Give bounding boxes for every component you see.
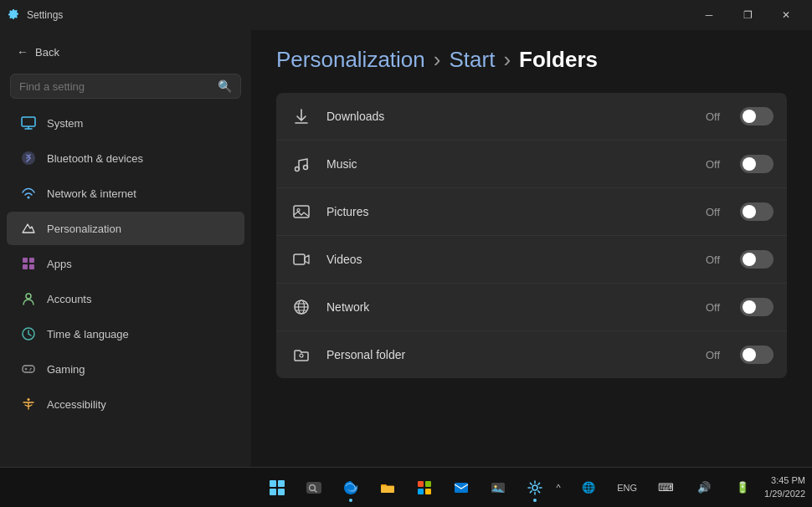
breadcrumb-personalization[interactable]: Personalization [276,47,425,73]
close-button[interactable]: ✕ [767,0,805,30]
pictures-toggle-knob [743,205,756,218]
svg-point-44 [495,485,497,488]
clock-time: 3:45 PM [764,474,805,487]
title-bar: Settings ─ ❐ ✕ [0,0,812,30]
pictures-toggle[interactable] [740,202,773,221]
breadcrumb-sep2: › [503,47,511,73]
breadcrumb: Personalization › Start › Folders [276,47,787,73]
personal-folder-icon [290,343,313,366]
sidebar-item-gaming-label: Gaming [47,363,85,376]
accounts-icon [20,290,37,307]
svg-rect-7 [23,264,28,269]
videos-status: Off [706,254,720,266]
sidebar-item-accounts[interactable]: Accounts [7,282,244,315]
tray-speaker[interactable]: 🔊 [687,471,721,504]
network-status: Off [706,301,720,314]
svg-rect-38 [418,481,424,487]
breadcrumb-start[interactable]: Start [449,47,495,73]
search-container: 🔍 [10,74,241,99]
music-toggle-knob [743,157,756,171]
personal-folder-status: Off [706,349,720,361]
svg-rect-42 [455,483,468,493]
taskbar-mail[interactable] [445,471,478,504]
svg-rect-20 [294,206,309,218]
taskbar-right: ^ 🌐 ENG ⌨ 🔊 🔋 3:45 PM 1/29/2022 [550,471,805,504]
sidebar-item-apps[interactable]: Apps [7,247,244,280]
network-toggle[interactable] [740,298,773,316]
app-container: ← Back 🔍 System [0,30,812,467]
sidebar-item-bluetooth-label: Bluetooth & devices [47,152,143,165]
personal-folder-label: Personal folder [326,348,692,361]
setting-row-videos: Videos Off [276,236,787,284]
maximize-button[interactable]: ❐ [728,0,767,30]
svg-rect-30 [270,480,276,487]
downloads-status: Off [706,110,720,123]
search-icon[interactable]: 🔍 [218,79,232,93]
pictures-icon [290,200,313,223]
system-clock[interactable]: 3:45 PM 1/29/2022 [764,474,805,500]
bluetooth-icon [20,150,37,166]
clock-date: 1/29/2022 [764,488,805,500]
svg-point-19 [304,166,308,170]
tray-battery[interactable]: 🔋 [726,471,759,504]
sidebar-item-system[interactable]: System [7,106,244,140]
minimize-button[interactable]: ─ [690,0,728,30]
sidebar-item-network[interactable]: Network & internet [7,177,244,210]
sidebar-item-accessibility[interactable]: Accessibility [7,387,244,421]
search-input[interactable] [19,80,211,93]
title-bar-controls: ─ ❐ ✕ [690,0,805,30]
videos-toggle-knob [743,253,756,266]
svg-rect-32 [270,489,276,495]
taskbar: ^ 🌐 ENG ⌨ 🔊 🔋 3:45 PM 1/29/2022 [0,467,812,507]
downloads-label: Downloads [326,110,692,123]
back-button[interactable]: ← Back [7,40,65,64]
svg-rect-6 [29,258,34,263]
music-icon [290,152,313,176]
svg-rect-31 [278,480,285,487]
settings-list: Downloads Off Music Off [276,93,787,378]
settings-app-icon [7,8,20,22]
svg-rect-22 [294,254,305,264]
taskbar-explorer[interactable] [371,471,404,504]
sidebar-item-personalization[interactable]: Personalization [7,212,244,245]
sidebar-item-network-label: Network & internet [47,187,136,200]
sidebar-item-system-label: System [47,117,83,130]
back-arrow-icon: ← [17,45,28,59]
setting-row-personal-folder: Personal folder Off [276,331,787,378]
tray-network-icon[interactable]: 🌐 [572,471,605,504]
sidebar-item-time[interactable]: Time & language [7,317,244,351]
svg-rect-37 [381,486,394,493]
taskbar-search[interactable] [297,471,331,504]
time-icon [20,325,37,342]
accessibility-icon [20,396,37,412]
taskbar-photos[interactable] [481,471,515,504]
taskbar-store[interactable] [408,471,441,504]
svg-point-45 [532,485,537,490]
music-status: Off [706,158,720,171]
music-toggle[interactable] [740,155,773,173]
personal-folder-toggle[interactable] [740,346,773,364]
taskbar-edge[interactable] [334,471,367,504]
start-button[interactable] [260,471,294,504]
network-folder-icon [290,295,313,319]
downloads-toggle[interactable] [740,107,773,125]
svg-rect-5 [23,258,28,263]
taskbar-settings[interactable] [518,471,552,504]
tray-keyboard[interactable]: ⌨ [649,471,682,504]
videos-toggle[interactable] [740,250,773,269]
pictures-status: Off [706,206,720,218]
main-content: Personalization › Start › Folders Downlo… [251,30,812,467]
tray-lang[interactable]: ENG [610,471,644,504]
tray-chevron[interactable]: ^ [550,471,567,504]
sidebar-item-apps-label: Apps [47,258,72,270]
music-label: Music [326,157,692,171]
svg-rect-33 [278,489,285,495]
sidebar-item-bluetooth[interactable]: Bluetooth & devices [7,141,244,175]
svg-point-16 [28,398,30,401]
sidebar: ← Back 🔍 System [0,30,251,467]
svg-rect-0 [22,117,35,126]
sidebar-item-gaming[interactable]: Gaming [7,352,244,386]
apps-icon [20,255,37,272]
svg-point-9 [26,294,31,299]
svg-rect-40 [418,489,424,494]
